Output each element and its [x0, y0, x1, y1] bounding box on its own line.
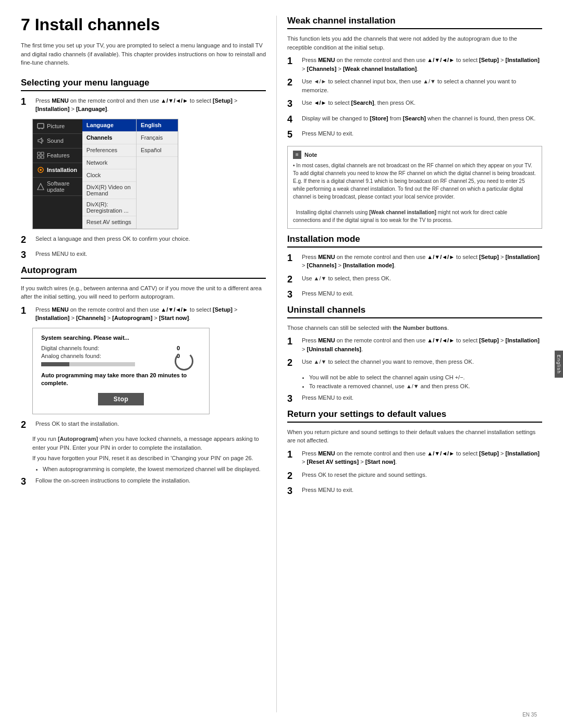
step-item: 1 Press MENU on the remote control and t… — [21, 96, 266, 114]
ap-analog-label: Analog channels found: — [41, 353, 101, 359]
step-text: Press MENU on the remote control and the… — [302, 449, 542, 466]
menu-left-software: Software update — [33, 178, 82, 196]
uninstall-bullet2: To reactivate a removed channel, use ▲/▼… — [309, 382, 542, 391]
section-selecting-language: Selecting your menu language 1 Press MEN… — [21, 78, 266, 261]
section-heading-uninstall: Uninstall channels — [287, 305, 542, 318]
step-number: 3 — [21, 250, 32, 261]
note-icon: ≡ — [293, 151, 301, 159]
menu-sub-espanol: Español — [137, 144, 178, 157]
step-number: 2 — [287, 471, 299, 482]
autoprogram-box: System searching. Please wait... Digital… — [32, 328, 210, 414]
step-text: Press MENU to exit. — [302, 289, 542, 298]
step-text: Press MENU to exit. — [302, 393, 542, 402]
menu-right-clock: Clock — [82, 169, 136, 182]
step-text: Press MENU on the remote control and the… — [35, 96, 266, 114]
step-text: Press MENU to exit. — [302, 129, 542, 138]
menu-right-language: Language — [82, 119, 136, 132]
uninstall-bullet1: You will not be able to select the chann… — [309, 373, 542, 382]
menu-sub-english: English — [137, 119, 178, 132]
step-number: 3 — [287, 486, 299, 497]
step-item: 3 Press MENU to exit. — [21, 250, 266, 261]
menu-left-software-label: Software update — [47, 180, 78, 193]
ap-digital-label: Digital channels found: — [41, 345, 99, 351]
step-text: Press MENU on the remote control and the… — [302, 336, 542, 353]
svg-rect-4 — [38, 152, 40, 155]
step-text: Press OK to reset the picture and sound … — [302, 471, 542, 479]
step-text: Press MENU on the remote control and the… — [35, 305, 266, 323]
menu-right-resetav: Reset AV settings — [82, 216, 136, 229]
step-number: 2 — [21, 235, 32, 246]
installation-icon — [37, 166, 44, 174]
menu-left-installation: Installation — [33, 163, 82, 178]
step-item: 2 Press OK to reset the picture and soun… — [287, 471, 542, 482]
step-item: 4 Display will be changed to [Store] fro… — [287, 114, 542, 126]
step-number: 4 — [287, 114, 299, 126]
autoprogram-bullet1: When autoprogramming is complete, the lo… — [43, 465, 266, 474]
page-number: EN 35 — [522, 712, 537, 718]
picture-icon — [37, 122, 44, 130]
menu-left-features-label: Features — [47, 152, 69, 158]
svg-rect-5 — [41, 152, 44, 155]
svg-marker-10 — [38, 183, 44, 190]
section-heading-language: Selecting your menu language — [21, 78, 266, 91]
chapter-heading: 7 Install channels — [21, 16, 266, 34]
autoprogram-intro: If you switch wires (e.g., between anten… — [21, 284, 266, 301]
menu-right-divxdereg: DivX(R): Deregistration ... — [82, 199, 136, 216]
menu-screenshot: Picture Sound — [32, 119, 178, 229]
step-item: 1 Press MENU on the remote control and t… — [287, 449, 542, 466]
step-item: 2 Select a language and then press OK to… — [21, 235, 266, 246]
stop-button[interactable]: Stop — [98, 393, 144, 405]
ap-note: Auto programming may take more than 20 m… — [41, 372, 201, 388]
section-heading-installation-mode: Installation mode — [287, 234, 542, 248]
step-number: 2 — [287, 357, 299, 369]
section-heading-autoprogram: Autoprogram — [21, 265, 266, 279]
step-number: 2 — [21, 419, 32, 431]
note-header: ≡ Note — [293, 151, 536, 159]
section-heading-return-defaults: Return your settings to default values — [287, 409, 542, 423]
ap-progress-bar — [41, 362, 135, 366]
menu-right-preferences: Preferences — [82, 144, 136, 157]
note-label: Note — [304, 152, 317, 158]
menu-left-installation-label: Installation — [47, 167, 77, 173]
step-number: 3 — [287, 98, 299, 110]
uninstall-intro: Those channels can still be selected wit… — [287, 324, 542, 332]
step-text: Select a language and then press OK to c… — [35, 235, 266, 243]
step-number: 1 — [287, 253, 299, 264]
menu-left-sound: Sound — [33, 134, 82, 149]
section-uninstall-channels: Uninstall channels Those channels can st… — [287, 305, 542, 405]
menu-sub-francais: Français — [137, 132, 178, 144]
step-text: Use ▲/▼ to select, then press OK. — [302, 274, 542, 283]
step-text: Press MENU to exit. — [302, 486, 542, 495]
menu-left-sound-label: Sound — [47, 138, 64, 144]
step-number: 1 — [287, 336, 299, 348]
svg-point-9 — [40, 169, 42, 171]
step-number: 2 — [287, 274, 299, 286]
menu-right-network: Network — [82, 157, 136, 169]
step-item: 1 Press MENU on the remote control and t… — [287, 56, 542, 73]
menu-right-divxvod: DivX(R) Video on Demand — [82, 182, 136, 199]
menu-left-picture: Picture — [33, 119, 82, 134]
weak-channel-intro: This function lets you add the channels … — [287, 34, 542, 52]
step-item: 2 Use ◄/► to select channel input box, t… — [287, 77, 542, 94]
step-item: 3 Press MENU to exit. — [287, 289, 542, 301]
ap-digital-value: 0 — [177, 345, 180, 351]
return-defaults-intro: When you return picture and sound settin… — [287, 428, 542, 445]
step-number: 3 — [287, 289, 299, 301]
step-item: 5 Press MENU to exit. — [287, 129, 542, 141]
step-text: Use ▲/▼ to select the channel you want t… — [302, 357, 542, 366]
step-text: Press MENU on the remote control and the… — [302, 56, 542, 73]
step-text: Use ◄/► to select [Search], then press O… — [302, 98, 542, 107]
step-item: 3 Follow the on-screen instructions to c… — [21, 476, 266, 488]
note-box: ≡ Note • In most cases, digital channels… — [287, 146, 542, 229]
step-item: 2 Use ▲/▼ to select the channel you want… — [287, 357, 542, 369]
step-item: 3 Use ◄/► to select [Search], then press… — [287, 98, 542, 110]
step-text: Display will be changed to [Store] from … — [302, 114, 542, 123]
step-text: Press MENU to exit. — [35, 250, 266, 258]
step-item: 3 Press MENU to exit. — [287, 486, 542, 497]
section-installation-mode: Installation mode 1 Press MENU on the re… — [287, 234, 542, 301]
step-number: 2 — [287, 77, 299, 89]
sound-icon — [37, 137, 44, 144]
section-weak-channel: Weak channel installation This function … — [287, 16, 542, 229]
svg-rect-7 — [41, 156, 44, 158]
note-text: • In most cases, digital channels are no… — [293, 162, 536, 224]
